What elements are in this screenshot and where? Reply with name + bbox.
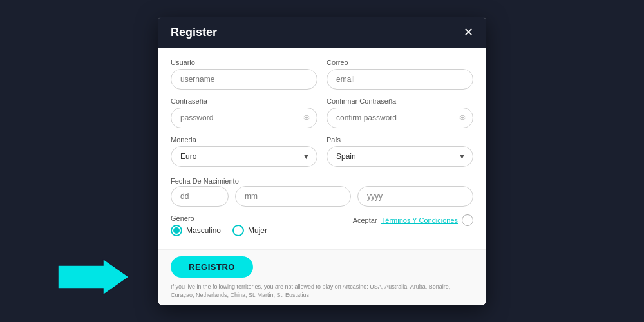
modal-header: Register ✕ [158,17,486,48]
group-moneda: Moneda Euro ▼ [171,136,317,167]
disclaimer-text: If you live in the following territories… [171,283,473,299]
overlay: Register ✕ Usuario Correo Contraseña [0,0,644,322]
close-button[interactable]: ✕ [464,26,473,38]
terms-checkbox[interactable] [462,214,473,226]
group-confirmar: Confirmar Contraseña 👁 [327,97,473,128]
mujer-label: Mujer [248,226,267,235]
group-contrasena: Contraseña 👁 [171,97,317,128]
pais-label: País [327,136,473,144]
group-usuario: Usuario [171,59,317,90]
modal-body: Usuario Correo Contraseña 👁 [158,48,486,249]
group-genero: Género Masculino Mujer [171,214,267,236]
dob-yyyy-input[interactable] [357,186,473,207]
eye-icon-confirm[interactable]: 👁 [459,113,467,122]
correo-input[interactable] [327,69,473,90]
terms-link[interactable]: Términos Y Condiciones [381,216,458,224]
group-terms: Aceptar Términos Y Condiciones [353,214,473,226]
row-gender-terms: Género Masculino Mujer Aceptar [171,214,473,238]
moneda-select-wrapper: Euro ▼ [171,146,317,167]
register-modal: Register ✕ Usuario Correo Contraseña [158,17,486,305]
pais-select[interactable]: Spain [327,146,473,167]
gender-options: Masculino Mujer [171,225,267,236]
group-correo: Correo [327,59,473,90]
pais-select-wrapper: Spain ▼ [327,146,473,167]
contrasena-label: Contraseña [171,97,317,105]
usuario-input[interactable] [171,69,317,90]
dob-yyyy-group [357,186,473,207]
moneda-select[interactable]: Euro [171,146,317,167]
usuario-label: Usuario [171,59,317,66]
terms-text: Aceptar [353,216,377,224]
genero-label: Género [171,214,267,222]
dob-row [171,186,473,207]
radio-masculino[interactable] [171,225,182,236]
bottom-section: REGISTRO If you live in the following te… [158,249,486,305]
group-fecha: Fecha De Nacimiento [171,175,473,207]
gender-masculino[interactable]: Masculino [171,225,221,236]
radio-mujer[interactable] [232,225,244,236]
gender-mujer[interactable]: Mujer [232,225,267,236]
group-pais: País Spain ▼ [327,136,473,167]
dob-dd-group [171,186,229,207]
correo-label: Correo [327,59,473,66]
masculino-label: Masculino [186,226,221,235]
confirm-password-wrapper: 👁 [327,108,473,128]
dob-mm-input[interactable] [235,186,351,207]
svg-marker-0 [58,259,129,295]
row-password: Contraseña 👁 Confirmar Contraseña 👁 [171,97,473,128]
row-usuario-correo: Usuario Correo [171,59,473,90]
modal-title: Register [171,26,217,39]
eye-icon-password[interactable]: 👁 [303,113,311,122]
moneda-label: Moneda [171,136,317,144]
register-button[interactable]: REGISTRO [171,256,253,278]
confirm-password-input[interactable] [327,108,473,128]
confirmar-label: Confirmar Contraseña [327,97,473,105]
arrow-indicator [58,259,129,295]
password-input[interactable] [171,108,317,128]
dob-dd-input[interactable] [171,186,229,207]
password-wrapper: 👁 [171,108,317,128]
fecha-label: Fecha De Nacimiento [171,177,239,185]
row-moneda-pais: Moneda Euro ▼ País Spain ▼ [171,136,473,167]
dob-mm-group [235,186,351,207]
